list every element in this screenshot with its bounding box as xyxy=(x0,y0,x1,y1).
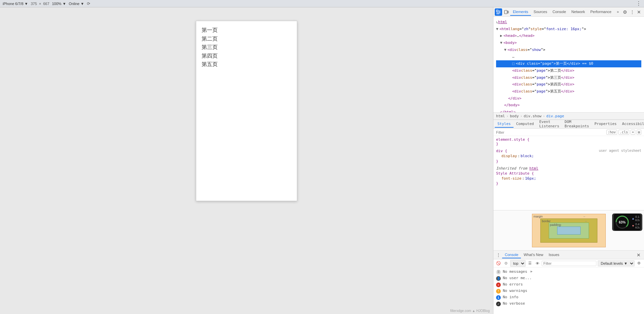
styles-panel: Styles Computed Event Listeners DOM Brea… xyxy=(493,120,644,210)
no-verbose-text: No verbose xyxy=(503,301,525,306)
console-no-errors: ✕ No errors xyxy=(496,281,641,288)
devtools-tab-bar: Elements Sources Console Network Perform… xyxy=(493,7,644,17)
add-style-button[interactable]: + xyxy=(631,130,635,135)
console-settings-btn[interactable]: ⚙ xyxy=(636,260,642,266)
tree-html-close[interactable]: </html> xyxy=(496,109,641,112)
tree-body-open[interactable]: ▼ <body> xyxy=(496,40,641,47)
svg-rect-0 xyxy=(496,10,498,12)
list-item: 第三页 xyxy=(202,43,291,52)
console-close-btn[interactable]: ✕ xyxy=(635,252,643,258)
list-item: 第四页 xyxy=(202,52,291,60)
tab-performance[interactable]: Performance xyxy=(588,8,614,16)
style-selector: element.style { xyxy=(496,137,529,142)
tree-div-page-1[interactable]: ⬚ <div class="page">第一页</div> == $0 xyxy=(496,60,641,67)
console-no-warnings: ! No warnings xyxy=(496,288,641,294)
more-options-btn[interactable]: ⋮ xyxy=(636,0,641,7)
console-clear-btn[interactable]: 🚫 xyxy=(495,260,501,266)
console-panel: ⋮ Console What's New Issues ✕ 🚫 ⊙ top ☰ … xyxy=(493,250,644,314)
hov-button[interactable]: :hov xyxy=(606,130,617,135)
tree-div-show[interactable]: ▼ <div class="show"> xyxy=(496,47,641,54)
device-toolbar-btn[interactable] xyxy=(503,8,510,16)
list-item: 第一页 xyxy=(202,26,291,35)
no-info-text: No info xyxy=(503,295,518,299)
margin-dash: – xyxy=(583,215,585,218)
network-monitor: 63% ▲ 0.1 K/s ▼ 0.4 K/s xyxy=(614,214,641,231)
styles-tab-event-listeners[interactable]: Event Listeners xyxy=(537,119,562,130)
console-filter-input[interactable] xyxy=(542,261,596,266)
console-preserve-log-btn[interactable]: ⊙ xyxy=(503,260,509,266)
tab-issues[interactable]: Issues xyxy=(546,252,562,258)
padding-label: padding- xyxy=(550,223,562,227)
styles-tab-dom-breakpoints[interactable]: DOM Breakpoints xyxy=(562,119,592,130)
tree-div-page-3[interactable]: <div class="page"> 第三页 </div> xyxy=(496,74,641,81)
tab-console-bottom[interactable]: Console xyxy=(502,252,521,258)
style-source: user agent stylesheet xyxy=(599,149,641,153)
user-icon: 👤 xyxy=(496,276,501,281)
inherited-from: Inherited from html xyxy=(496,166,641,171)
html-tree: ↳ html ▼ <html lang="zh" style="font-siz… xyxy=(493,18,644,112)
verbose-icon: ✓ xyxy=(496,302,501,306)
watermark: filterxdge.com ▲ HJOBlog xyxy=(450,309,490,313)
console-content: ☰ No messages ▶ 👤 No user me... ✕ No err… xyxy=(493,267,644,314)
info-icon: i xyxy=(496,295,501,300)
styles-tab-bar: Styles Computed Event Listeners DOM Brea… xyxy=(493,120,644,129)
console-toolbar: 🚫 ⊙ top ☰ 👁 Default levels ▼ ⚙ xyxy=(493,259,644,267)
tree-div-page-5[interactable]: <div class="page"> 第五页 </div> xyxy=(496,88,641,95)
sidebar-toggle-icon[interactable]: ▶ xyxy=(531,269,533,273)
console-panel-handle[interactable]: ⋮ xyxy=(495,252,502,258)
styles-tab-accessibility[interactable]: Accessibility xyxy=(619,121,644,128)
error-icon: ✕ xyxy=(496,282,501,287)
expand-button[interactable]: ⊠ xyxy=(637,130,641,135)
no-user-text: No user me... xyxy=(503,276,532,280)
styles-tab-properties[interactable]: Properties xyxy=(592,121,619,128)
tree-div-page-2[interactable]: <div class="page"> 第二页 </div> xyxy=(496,67,641,74)
cls-button[interactable]: .cls xyxy=(619,130,629,135)
console-levels-selector[interactable]: Default levels ▼ xyxy=(598,260,635,266)
breadcrumb-body[interactable]: body xyxy=(510,114,519,118)
network-control[interactable]: Online ▼ xyxy=(69,2,84,6)
tree-html-link[interactable]: ↳ html xyxy=(496,19,641,26)
tab-more[interactable]: » xyxy=(614,8,622,16)
tab-console[interactable]: Console xyxy=(550,8,569,16)
breadcrumb-div-show[interactable]: div.show xyxy=(524,114,541,118)
device-selector-label[interactable]: iPhone 6/7/8 ▼ xyxy=(3,2,28,6)
svg-rect-5 xyxy=(504,10,507,14)
style-close: } xyxy=(496,142,498,146)
styles-filter-input[interactable] xyxy=(496,130,605,134)
messages-icon: ☰ xyxy=(496,270,501,274)
tree-head[interactable]: ▶ <head> … </head> xyxy=(496,33,641,40)
tree-div-show-close[interactable]: </div> xyxy=(496,95,641,102)
devtools-kebab-btn[interactable]: ⋮ xyxy=(629,8,636,16)
console-context-selector[interactable]: top xyxy=(510,260,526,267)
console-no-info: i No info xyxy=(496,294,641,301)
orientation-icon[interactable]: ⟳ xyxy=(87,1,90,6)
style-selector-div: div { xyxy=(496,149,507,153)
console-show-sidebar-btn[interactable]: ☰ xyxy=(527,260,533,266)
styles-tab-computed[interactable]: Computed xyxy=(514,121,537,128)
styles-tab-styles[interactable]: Styles xyxy=(495,121,514,128)
devtools-settings-btn[interactable]: ⚙ xyxy=(622,8,629,16)
console-no-messages: ☰ No messages ▶ xyxy=(496,269,641,275)
tab-network[interactable]: Network xyxy=(569,8,588,16)
devtools-toolbar: iPhone 6/7/8 ▼ 375 × 667 100% ▼ Online ▼… xyxy=(0,0,644,7)
inspect-element-btn[interactable] xyxy=(495,8,502,16)
tree-dots[interactable]: … xyxy=(496,53,641,60)
console-eye-btn[interactable]: 👁 xyxy=(534,260,540,266)
tab-elements[interactable]: Elements xyxy=(510,8,531,16)
list-item: 第五页 xyxy=(202,60,291,69)
tree-div-page-4[interactable]: <div class="page"> 第四页 </div> xyxy=(496,81,641,88)
no-errors-text: No errors xyxy=(503,282,523,287)
page-list: 第一页 第二页 第三页 第四页 第五页 xyxy=(202,26,291,69)
devtools-close-btn[interactable]: ✕ xyxy=(636,8,643,16)
tree-body-close[interactable]: </body> xyxy=(496,102,641,109)
no-warnings-text: No warnings xyxy=(503,289,527,293)
breadcrumb-html[interactable]: html xyxy=(496,114,505,118)
breadcrumb-div-page[interactable]: div.page xyxy=(546,114,564,118)
dimension-display: 375 × 667 xyxy=(31,2,49,6)
zoom-control[interactable]: 100% ▼ xyxy=(52,2,66,6)
tab-whats-new[interactable]: What's New xyxy=(521,252,546,258)
no-messages-text: No messages xyxy=(503,269,527,274)
tab-sources[interactable]: Sources xyxy=(531,8,550,16)
tree-html-open[interactable]: ▼ <html lang="zh" style="font-size: 16px… xyxy=(496,26,641,33)
preview-area: 第一页 第二页 第三页 第四页 第五页 filterxdge.com ▲ HJO… xyxy=(0,7,493,314)
